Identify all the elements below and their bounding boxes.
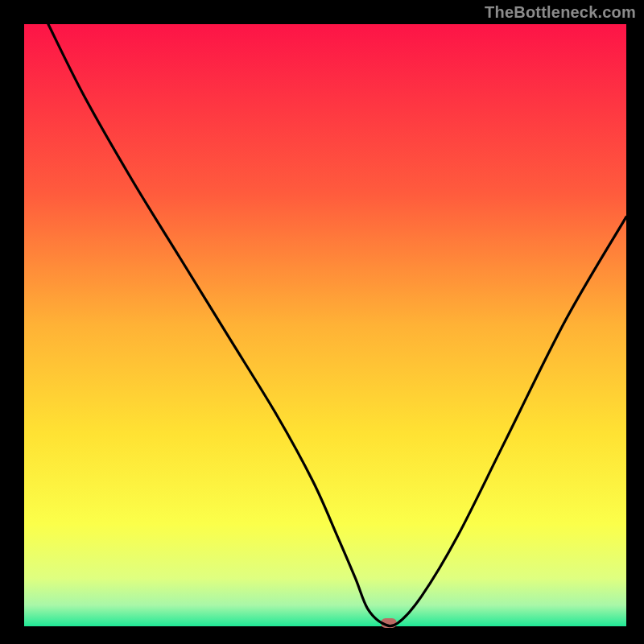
- bottleneck-curve: [24, 24, 626, 626]
- watermark-text: TheBottleneck.com: [485, 3, 636, 22]
- chart-frame: TheBottleneck.com: [0, 0, 644, 644]
- bottleneck-curve-path: [48, 24, 626, 626]
- plot-area: [24, 24, 626, 626]
